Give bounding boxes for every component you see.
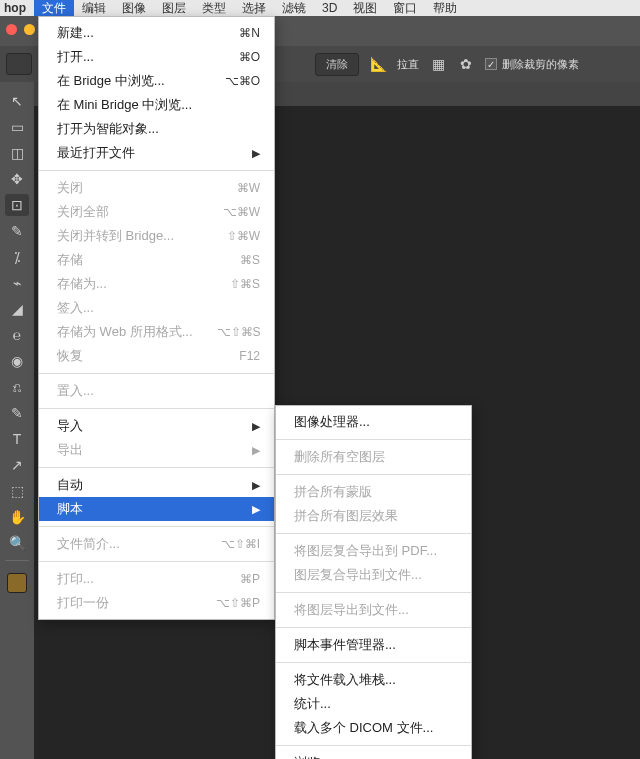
menubar: hop 文件 编辑 图像 图层 类型 选择 滤镜 3D 视图 窗口 帮助 xyxy=(0,0,640,16)
gear-icon[interactable]: ✿ xyxy=(457,55,475,73)
file-menu-item-3[interactable]: 在 Mini Bridge 中浏览... xyxy=(39,93,274,117)
script-menu-item-15[interactable]: 统计... xyxy=(276,692,471,716)
menu-item-label: 将图层导出到文件... xyxy=(294,601,409,619)
tools-panel: ↖▭◫✥⊡✎⁒⌁◢℮◉⎌✎T↗⬚✋🔍 xyxy=(0,82,34,759)
submenu-arrow-icon: ▶ xyxy=(252,147,260,160)
script-menu-item-0[interactable]: 图像处理器... xyxy=(276,410,471,434)
tool-8[interactable]: ◢ xyxy=(5,298,29,320)
crop-preset-button[interactable] xyxy=(6,53,32,75)
file-menu-separator xyxy=(39,170,274,171)
tool-1[interactable]: ▭ xyxy=(5,116,29,138)
tool-7[interactable]: ⌁ xyxy=(5,272,29,294)
tool-4[interactable]: ⊡ xyxy=(5,194,29,216)
menu-item-label: 最近打开文件 xyxy=(57,144,135,162)
tool-17[interactable]: 🔍 xyxy=(5,532,29,554)
file-menu-item-1[interactable]: 打开...⌘O xyxy=(39,45,274,69)
tool-10[interactable]: ◉ xyxy=(5,350,29,372)
tool-6[interactable]: ⁒ xyxy=(5,246,29,268)
tool-11[interactable]: ⎌ xyxy=(5,376,29,398)
file-menu-separator xyxy=(39,408,274,409)
script-menu-item-18[interactable]: 浏览... xyxy=(276,751,471,759)
menu-view[interactable]: 视图 xyxy=(345,0,385,18)
menu-item-label: 在 Mini Bridge 中浏览... xyxy=(57,96,192,114)
script-menu-item-2: 删除所有空图层 xyxy=(276,445,471,469)
menu-item-shortcut: ⌘N xyxy=(239,26,260,40)
fg-color-swatch[interactable] xyxy=(7,573,27,593)
tool-16[interactable]: ✋ xyxy=(5,506,29,528)
delete-cropped-label: 删除裁剪的像素 xyxy=(502,57,579,72)
file-menu-separator xyxy=(39,373,274,374)
file-menu-item-12: 签入... xyxy=(39,296,274,320)
script-menu-separator xyxy=(276,474,471,475)
menu-item-label: 打开为智能对象... xyxy=(57,120,159,138)
menu-file[interactable]: 文件 xyxy=(34,0,74,18)
tool-13[interactable]: T xyxy=(5,428,29,450)
tool-12[interactable]: ✎ xyxy=(5,402,29,424)
script-menu-separator xyxy=(276,533,471,534)
tool-5[interactable]: ✎ xyxy=(5,220,29,242)
menu-item-label: 拼合所有图层效果 xyxy=(294,507,398,525)
menu-item-label: 在 Bridge 中浏览... xyxy=(57,72,165,90)
menu-item-shortcut: ⌥⇧⌘I xyxy=(221,537,260,551)
menu-item-label: 文件简介... xyxy=(57,535,120,553)
tool-2[interactable]: ◫ xyxy=(5,142,29,164)
menu-item-label: 新建... xyxy=(57,24,94,42)
file-menu-item-13: 存储为 Web 所用格式...⌥⇧⌘S xyxy=(39,320,274,344)
tool-15[interactable]: ⬚ xyxy=(5,480,29,502)
script-menu-item-16[interactable]: 载入多个 DICOM 文件... xyxy=(276,716,471,740)
close-icon[interactable] xyxy=(6,24,17,35)
tool-14[interactable]: ↗ xyxy=(5,454,29,476)
file-menu-item-4[interactable]: 打开为智能对象... xyxy=(39,117,274,141)
file-menu-item-18[interactable]: 导入▶ xyxy=(39,414,274,438)
menu-item-shortcut: ⇧⌘S xyxy=(230,277,260,291)
file-menu-item-26: 打印...⌘P xyxy=(39,567,274,591)
menu-item-label: 关闭全部 xyxy=(57,203,109,221)
menu-item-label: 图层复合导出到文件... xyxy=(294,566,422,584)
minimize-icon[interactable] xyxy=(24,24,35,35)
overlay-grid-icon[interactable]: ▦ xyxy=(429,55,447,73)
menu-layer[interactable]: 图层 xyxy=(154,0,194,18)
menu-item-label: 置入... xyxy=(57,382,94,400)
menu-3d[interactable]: 3D xyxy=(314,0,345,16)
script-menu-separator xyxy=(276,627,471,628)
menu-edit[interactable]: 编辑 xyxy=(74,0,114,18)
menu-item-label: 存储为 Web 所用格式... xyxy=(57,323,193,341)
tool-0[interactable]: ↖ xyxy=(5,90,29,112)
file-menu-item-11: 存储为...⇧⌘S xyxy=(39,272,274,296)
file-menu-item-21[interactable]: 自动▶ xyxy=(39,473,274,497)
menu-filter[interactable]: 滤镜 xyxy=(274,0,314,18)
clear-button[interactable]: 清除 xyxy=(315,53,359,76)
submenu-arrow-icon: ▶ xyxy=(252,479,260,492)
tool-9[interactable]: ℮ xyxy=(5,324,29,346)
script-menu-item-10: 将图层导出到文件... xyxy=(276,598,471,622)
menu-item-label: 拼合所有蒙版 xyxy=(294,483,372,501)
script-menu-item-5: 拼合所有图层效果 xyxy=(276,504,471,528)
menu-item-label: 打开... xyxy=(57,48,94,66)
file-menu-item-0[interactable]: 新建...⌘N xyxy=(39,21,274,45)
app-name: hop xyxy=(0,0,34,16)
menu-item-label: 图像处理器... xyxy=(294,413,370,431)
menu-item-label: 打印... xyxy=(57,570,94,588)
menu-help[interactable]: 帮助 xyxy=(425,0,465,18)
file-menu-item-5[interactable]: 最近打开文件▶ xyxy=(39,141,274,165)
menu-item-label: 打印一份 xyxy=(57,594,109,612)
tool-3[interactable]: ✥ xyxy=(5,168,29,190)
script-menu-item-14[interactable]: 将文件载入堆栈... xyxy=(276,668,471,692)
file-menu-separator xyxy=(39,467,274,468)
menu-item-shortcut: ⌘S xyxy=(240,253,260,267)
script-menu-item-12[interactable]: 脚本事件管理器... xyxy=(276,633,471,657)
script-menu-separator xyxy=(276,439,471,440)
menu-type[interactable]: 类型 xyxy=(194,0,234,18)
delete-cropped-checkbox[interactable]: ✓ 删除裁剪的像素 xyxy=(485,57,579,72)
file-menu-item-19: 导出▶ xyxy=(39,438,274,462)
menu-item-label: 存储为... xyxy=(57,275,107,293)
file-menu-item-22[interactable]: 脚本▶ xyxy=(39,497,274,521)
menu-item-label: 脚本事件管理器... xyxy=(294,636,396,654)
menu-window[interactable]: 窗口 xyxy=(385,0,425,18)
file-menu-item-2[interactable]: 在 Bridge 中浏览...⌥⌘O xyxy=(39,69,274,93)
straighten-icon[interactable]: 📐 xyxy=(369,55,387,73)
menu-image[interactable]: 图像 xyxy=(114,0,154,18)
menu-item-label: 浏览... xyxy=(294,754,331,759)
menu-select[interactable]: 选择 xyxy=(234,0,274,18)
menu-item-label: 将文件载入堆栈... xyxy=(294,671,396,689)
